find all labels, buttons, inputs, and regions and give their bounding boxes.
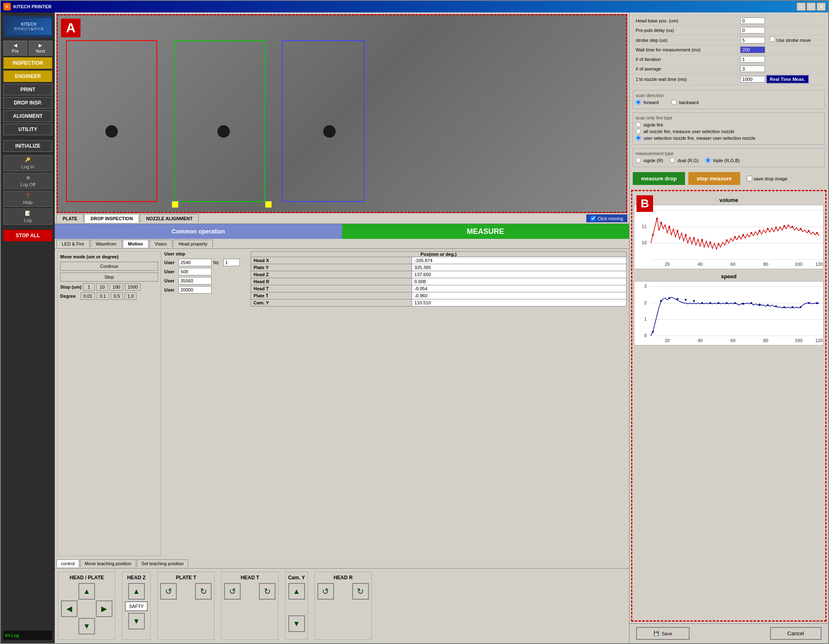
user-step-input-4[interactable] (178, 286, 212, 294)
next-button[interactable]: ▶ Next (29, 41, 53, 56)
svg-text:40: 40 (697, 262, 702, 267)
save-button[interactable]: 💾 Save (636, 627, 690, 640)
nz-input-1[interactable] (223, 259, 240, 266)
stop-all-button[interactable]: STOP ALL (3, 230, 52, 241)
single-fire-option: signle fire (636, 122, 822, 127)
svg-rect-53 (693, 300, 695, 302)
step-mode-button[interactable]: Step (60, 272, 158, 282)
help-button[interactable]: ❓ Help (3, 191, 52, 207)
svg-rect-20 (710, 241, 711, 243)
head-base-input[interactable] (740, 17, 765, 24)
click-moving-check[interactable] (590, 216, 596, 221)
backward-radio[interactable] (671, 100, 677, 105)
user-step-input-1[interactable] (178, 259, 212, 266)
login-button[interactable]: 🔑 Log In (3, 155, 52, 171)
close-button[interactable]: ✕ (817, 2, 826, 11)
cancel-button[interactable]: Cancel (770, 627, 822, 640)
hp-right-button[interactable]: ▶ (96, 600, 112, 617)
click-moving-checkbox[interactable]: Click moving (586, 214, 627, 222)
stop-measure-button[interactable]: stop measure (688, 172, 740, 185)
stop-val-10[interactable]: 10 (96, 283, 108, 291)
continue-mode-button[interactable]: Continue (60, 262, 158, 271)
control-panel: HEAD / PLATE ▲ ◀ ▶ ▼ (55, 569, 629, 643)
pt-cw-button[interactable]: ↻ (195, 583, 212, 600)
average-input[interactable] (740, 66, 765, 72)
initialize-button[interactable]: INITIALIZE (3, 140, 52, 152)
single-fire-radio[interactable] (636, 122, 641, 127)
svg-text:100: 100 (795, 262, 802, 267)
tab-plate[interactable]: PLATE (56, 214, 83, 223)
measure-button[interactable]: MEASURE (342, 224, 629, 239)
maximize-button[interactable]: □ (807, 2, 816, 11)
engineer-button[interactable]: ENGINEER (3, 70, 52, 82)
triple-rgb-radio[interactable] (705, 158, 711, 163)
logoff-icon: ⊕ (26, 175, 30, 180)
hr-ccw-button[interactable]: ↺ (317, 583, 334, 600)
pre-puls-input[interactable] (740, 27, 765, 34)
ctrl-tab-set-teaching[interactable]: Set teaching position (137, 559, 188, 567)
user-selection-radio[interactable] (636, 135, 641, 141)
pre-button[interactable]: ◀ Pre (3, 41, 27, 56)
cy-down-button[interactable]: ▼ (288, 615, 305, 632)
single-r-radio[interactable] (636, 158, 641, 163)
log-button[interactable]: 📝 Log (3, 209, 52, 225)
camera-label-a: A (61, 19, 80, 37)
svg-rect-21 (718, 243, 719, 245)
measure-drop-button[interactable]: measure drop (633, 172, 685, 185)
wait-time-input[interactable] (740, 46, 765, 53)
use-strobe-check[interactable] (770, 36, 775, 42)
hr-cw-button[interactable]: ↻ (352, 583, 369, 600)
degree-val-001[interactable]: 0.01 (80, 292, 95, 300)
real-time-button[interactable]: Real Time Meas. (766, 75, 808, 83)
sub-tab-head-property[interactable]: Head property (173, 240, 213, 248)
degree-val-10[interactable]: 1.0 (124, 292, 137, 300)
svg-text:120: 120 (815, 338, 823, 343)
svg-rect-23 (734, 236, 736, 238)
hz-up-button[interactable]: ▲ (128, 583, 145, 600)
minimize-button[interactable]: ─ (797, 2, 806, 11)
setting-average: # of average (633, 64, 825, 74)
head-z-group: HEAD Z ▲ SAFTY ▼ (122, 572, 151, 640)
drop-insp-button[interactable]: DROP INSP. (3, 97, 52, 109)
iteration-input[interactable] (740, 56, 765, 63)
tab-drop-inspection[interactable]: DROP INSPECTION (84, 214, 139, 223)
sub-tab-motion[interactable]: Motion (123, 240, 149, 248)
stop-val-1[interactable]: 1 (83, 283, 95, 291)
nozzle-wait-input[interactable] (740, 76, 765, 83)
ctrl-tab-move-teaching[interactable]: Move teaching position (80, 559, 136, 567)
user-step-input-3[interactable] (178, 277, 212, 284)
alignment-button[interactable]: ALIGNMENT (3, 110, 52, 122)
stop-val-1000[interactable]: 1000 (125, 283, 141, 291)
svg-rect-49 (660, 300, 662, 302)
user-step-input-2[interactable] (178, 268, 212, 275)
tab-nozzle-alignment[interactable]: NOZZLE ALIGNMENT (140, 214, 199, 223)
all-nozzle-radio[interactable] (636, 129, 641, 134)
ht-ccw-button[interactable]: ↺ (224, 583, 241, 600)
cam-y-title: Cam. Y (288, 575, 305, 581)
nozzle-wait-val: Real Time Meas. (738, 74, 825, 85)
hp-down-button[interactable]: ▼ (78, 618, 95, 634)
ht-cw-button[interactable]: ↻ (259, 583, 276, 600)
hp-left-button[interactable]: ◀ (61, 600, 78, 617)
print-button[interactable]: PRINT (3, 84, 52, 95)
stop-val-100[interactable]: 100 (110, 283, 123, 291)
safety-button[interactable]: SAFTY (125, 601, 148, 611)
ctrl-tab-control[interactable]: control (56, 559, 79, 567)
hp-up-button[interactable]: ▲ (78, 583, 95, 600)
cy-up-button[interactable]: ▲ (288, 583, 305, 600)
sub-tab-led[interactable]: LED & Fire (56, 240, 90, 248)
strobe-input[interactable] (740, 37, 765, 44)
inspection-button[interactable]: INSPECTION (3, 57, 52, 69)
forward-radio[interactable] (636, 100, 641, 105)
degree-val-05[interactable]: 0.5 (111, 292, 123, 300)
save-drop-image-check[interactable] (747, 176, 752, 181)
dual-rg-radio[interactable] (670, 158, 675, 163)
sub-tab-waveform[interactable]: Wavefrom (90, 240, 122, 248)
pt-ccw-button[interactable]: ↺ (160, 583, 177, 600)
degree-val-01[interactable]: 0.1 (97, 292, 109, 300)
logoff-button[interactable]: ⊕ Log Off (3, 173, 52, 189)
hz-down-button[interactable]: ▼ (128, 613, 145, 629)
utility-button[interactable]: UTILITY (3, 124, 52, 135)
degree-row: Degree 0.01 0.1 0.5 1.0 (60, 292, 158, 300)
sub-tab-vision[interactable]: Vision (149, 240, 173, 248)
